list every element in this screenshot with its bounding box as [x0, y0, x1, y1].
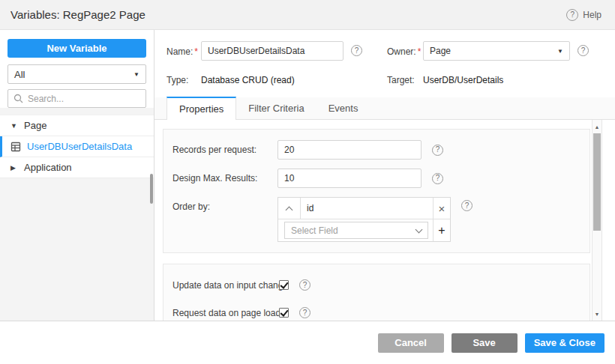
sidebar-scrollbar-thumb[interactable] — [150, 174, 153, 204]
chevron-up-icon — [286, 206, 293, 213]
remove-field-button[interactable]: × — [433, 198, 450, 219]
order-by-help-icon[interactable]: ? — [461, 200, 472, 211]
update-on-input-change-row: Update data on input change ? — [172, 279, 580, 291]
tree-expanded-icon: ▼ — [10, 122, 18, 130]
owner-select[interactable]: Page ▼ — [423, 41, 570, 61]
tree-node-page[interactable]: ▼ Page — [0, 115, 154, 136]
target-value: UserDB/UserDetails — [423, 75, 503, 85]
variables-dialog: Variables: RegPage2 Page ? Help New Vari… — [0, 0, 615, 364]
variable-summary-form: Name:* ? Owner:* Page ▼ ? Type: Database… — [154, 30, 615, 97]
tree-node-application-label: Application — [24, 162, 72, 173]
records-per-request-label: Records per request: — [172, 145, 278, 155]
main-panel: Name:* ? Owner:* Page ▼ ? Type: Database… — [154, 30, 615, 321]
caret-down-icon: ▼ — [557, 48, 563, 55]
design-max-results-label: Design Max. Results: — [172, 173, 278, 183]
help-label: Help — [583, 10, 602, 20]
dialog-footer: Cancel Save Save & Close — [0, 321, 615, 364]
select-field-dropdown[interactable]: Select Field — [284, 222, 428, 239]
sort-ascending-button[interactable] — [278, 198, 301, 219]
sidebar-controls: New Variable All ▼ — [0, 30, 154, 108]
update-on-input-change-label: Update data on input change — [172, 280, 279, 291]
request-on-page-load-checkbox[interactable] — [279, 308, 289, 318]
tab-events[interactable]: Events — [316, 97, 370, 119]
save-and-close-button[interactable]: Save & Close — [525, 333, 604, 353]
design-max-results-help-icon[interactable]: ? — [432, 173, 443, 184]
order-by-widget: × Select Field + — [278, 197, 451, 242]
owner-select-value: Page — [430, 46, 451, 56]
name-help-icon[interactable]: ? — [351, 45, 362, 56]
caret-down-icon: ▼ — [134, 71, 140, 78]
request-on-page-load-row: Request data on page load ? — [172, 307, 580, 318]
properties-panel: Records per request: ? Design Max. Resul… — [154, 120, 615, 321]
design-max-results-input[interactable] — [278, 169, 422, 188]
request-on-page-load-help-icon[interactable]: ? — [299, 307, 310, 318]
new-variable-button[interactable]: New Variable — [8, 39, 146, 58]
variables-tree: ▼ Page UserDBUserDetailsData — [0, 115, 154, 178]
tab-filter-criteria[interactable]: Filter Criteria — [236, 97, 316, 119]
variable-filter-select[interactable]: All ▼ — [8, 64, 146, 84]
name-input[interactable] — [201, 41, 344, 61]
records-per-request-input[interactable] — [278, 140, 422, 160]
add-field-button[interactable]: + — [433, 219, 450, 241]
order-by-field-input[interactable] — [301, 198, 433, 219]
search-input[interactable] — [28, 94, 140, 104]
design-max-results-row: Design Max. Results: ? — [172, 169, 580, 188]
update-on-input-change-help-icon[interactable]: ? — [299, 279, 310, 291]
scroll-down-icon[interactable]: ▼ — [592, 309, 602, 319]
scroll-up-icon[interactable]: ▲ — [592, 121, 602, 132]
name-label: Name:* — [166, 46, 198, 57]
records-per-request-row: Records per request: ? — [172, 140, 580, 160]
cancel-button[interactable]: Cancel — [378, 333, 444, 353]
order-by-add-row: Select Field + — [278, 219, 450, 241]
request-on-page-load-label: Request data on page load — [172, 308, 279, 318]
tree-collapsed-icon: ▶ — [10, 164, 18, 172]
help-icon: ? — [566, 9, 578, 21]
save-button[interactable]: Save — [452, 333, 518, 353]
target-label: Target: — [387, 75, 415, 85]
required-asterisk: * — [418, 46, 422, 57]
dialog-title: Variables: RegPage2 Page — [10, 8, 146, 21]
tab-properties[interactable]: Properties — [166, 97, 236, 120]
dialog-body: New Variable All ▼ ▼ — [0, 30, 615, 321]
type-label: Type: — [166, 75, 188, 85]
order-by-label: Order by: — [172, 197, 278, 212]
tree-item-variable[interactable]: UserDBUserDetailsData — [0, 136, 154, 157]
select-field-placeholder: Select Field — [291, 225, 338, 236]
variable-filter-value: All — [14, 69, 25, 80]
main-scrollbar[interactable]: ▲ ▼ — [592, 120, 602, 321]
tree-node-application[interactable]: ▶ Application — [0, 157, 154, 178]
required-asterisk: * — [194, 46, 198, 57]
owner-label: Owner:* — [387, 46, 421, 57]
behavior-settings-card: Update data on input change ? Request da… — [163, 264, 590, 321]
order-by-row: Order by: × Select Field — [172, 197, 580, 242]
order-by-field-row: × — [278, 198, 450, 219]
help-button[interactable]: ? Help — [566, 9, 602, 21]
database-variable-icon — [10, 142, 21, 152]
owner-help-icon[interactable]: ? — [578, 45, 589, 56]
search-box[interactable] — [8, 89, 146, 108]
update-on-input-change-checkbox[interactable] — [279, 280, 289, 290]
dialog-header: Variables: RegPage2 Page ? Help — [0, 0, 615, 30]
tab-bar: Properties Filter Criteria Events — [154, 97, 615, 120]
data-settings-card: Records per request: ? Design Max. Resul… — [163, 129, 590, 253]
type-value: Database CRUD (read) — [201, 75, 295, 85]
tree-item-variable-label: UserDBUserDetailsData — [27, 141, 132, 152]
tree-node-page-label: Page — [24, 120, 46, 131]
main-scrollbar-thumb[interactable] — [593, 133, 601, 231]
chevron-down-icon — [416, 226, 423, 234]
search-icon — [14, 94, 23, 103]
sidebar: New Variable All ▼ ▼ — [0, 30, 154, 321]
records-per-request-help-icon[interactable]: ? — [432, 145, 443, 156]
